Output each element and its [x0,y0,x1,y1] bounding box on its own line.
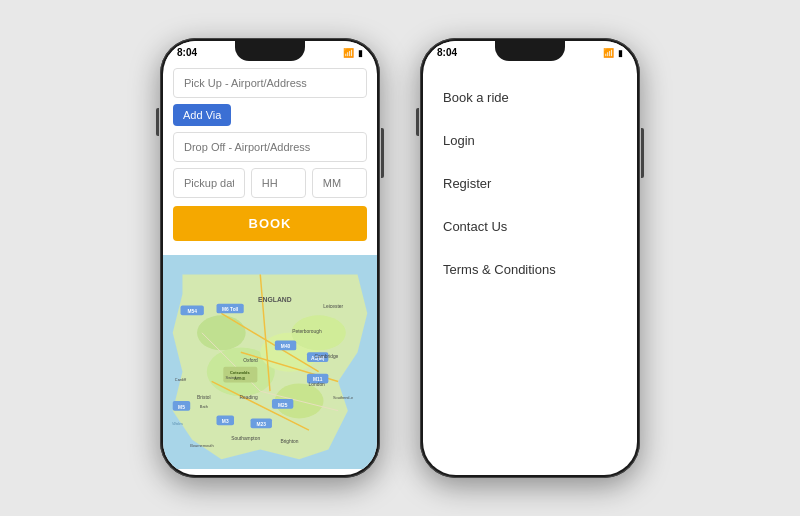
svg-text:M6 Toll: M6 Toll [222,307,238,312]
svg-text:Peterborough: Peterborough [292,329,322,334]
menu-item[interactable]: Login [443,119,617,162]
svg-text:M3: M3 [222,419,229,424]
menu-list: Book a rideLoginRegisterContact UsTerms … [423,60,637,307]
status-icons-left: 📶 ▮ [343,48,363,58]
status-bar-right: 8:04 📶 ▮ [423,41,637,60]
date-input[interactable] [173,168,245,198]
svg-text:Wales: Wales [172,421,183,426]
status-bar-left: 8:04 📶 ▮ [163,41,377,60]
hour-input[interactable] [251,168,306,198]
svg-text:Cardiff: Cardiff [175,377,187,382]
svg-text:Southampton: Southampton [231,436,260,441]
pickup-input[interactable] [173,68,367,98]
svg-text:Southend-o: Southend-o [333,395,353,400]
time-right: 8:04 [437,47,457,58]
svg-text:M54: M54 [187,309,197,314]
svg-text:Cambridge: Cambridge [315,354,339,359]
svg-text:M23: M23 [257,422,267,427]
wifi-icon-right: 📶 [603,48,614,58]
time-row [173,168,367,198]
add-via-button[interactable]: Add Via [173,104,231,126]
map-svg: M54 M6 Toll M40 A1(M) M11 M5 M3 M23 [163,249,377,475]
status-icons-right: 📶 ▮ [603,48,623,58]
menu-item[interactable]: Book a ride [443,76,617,119]
right-phone: 8:04 📶 ▮ Book a rideLoginRegisterContact… [420,38,640,478]
svg-text:Swindon: Swindon [226,375,241,380]
svg-text:Brighton: Brighton [280,439,298,444]
svg-text:Bath: Bath [200,404,208,409]
booking-form: Add Via BOOK [163,60,377,249]
book-button[interactable]: BOOK [173,206,367,241]
menu-screen: Book a rideLoginRegisterContact UsTerms … [423,60,637,475]
svg-text:ENGLAND: ENGLAND [258,296,292,303]
svg-text:Bristol: Bristol [197,395,211,400]
svg-text:M40: M40 [281,344,291,349]
wifi-icon: 📶 [343,48,354,58]
menu-item[interactable]: Terms & Conditions [443,248,617,291]
svg-text:Reading: Reading [240,395,258,400]
booking-screen: Add Via BOOK [163,60,377,475]
svg-text:Leicester: Leicester [323,305,343,310]
svg-point-4 [197,315,246,350]
svg-text:M25: M25 [278,403,288,408]
svg-text:M5: M5 [178,405,185,410]
dropoff-input[interactable] [173,132,367,162]
svg-text:Oxford: Oxford [243,358,258,363]
menu-item[interactable]: Contact Us [443,205,617,248]
time-left: 8:04 [177,47,197,58]
map-area: M54 M6 Toll M40 A1(M) M11 M5 M3 M23 [163,249,377,475]
minute-input[interactable] [312,168,367,198]
left-phone: 8:04 📶 ▮ Add Via BOOK [160,38,380,478]
menu-item[interactable]: Register [443,162,617,205]
svg-text:Bournemouth: Bournemouth [190,443,213,448]
battery-icon: ▮ [358,48,363,58]
notch-right [495,41,565,61]
notch-left [235,41,305,61]
battery-icon-right: ▮ [618,48,623,58]
svg-text:London: London [309,382,326,387]
